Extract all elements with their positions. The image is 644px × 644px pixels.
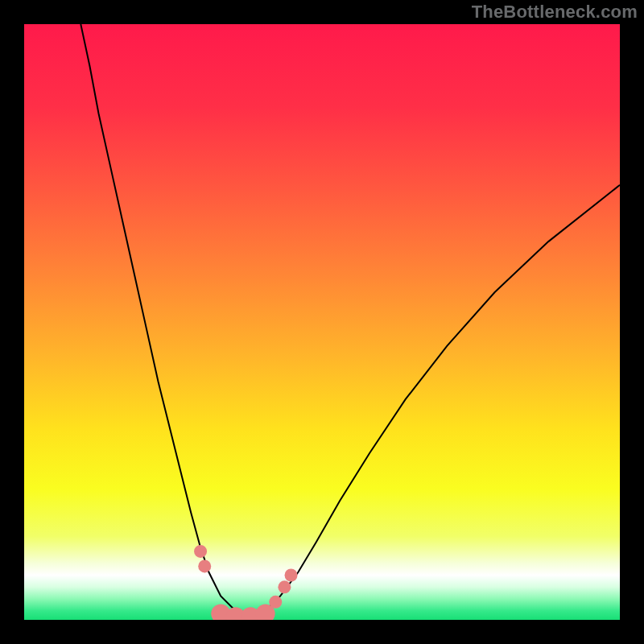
marker-point bbox=[194, 545, 207, 558]
chart-stage: TheBottleneck.com bbox=[0, 0, 644, 644]
marker-point bbox=[198, 559, 211, 572]
watermark-text: TheBottleneck.com bbox=[472, 2, 638, 23]
marker-point bbox=[269, 596, 282, 609]
marker-point bbox=[285, 569, 298, 582]
marker-point bbox=[278, 580, 291, 593]
plot-area bbox=[24, 24, 620, 620]
chart-svg bbox=[24, 24, 620, 620]
